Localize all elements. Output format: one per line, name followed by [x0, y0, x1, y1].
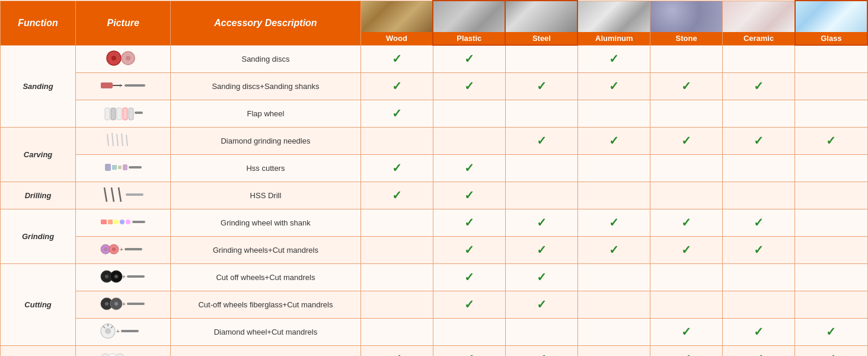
check-mark: ✓: [754, 80, 764, 93]
svg-rect-9: [111, 108, 116, 120]
table-row: Hss cutters✓✓: [1, 154, 868, 182]
check-cell-0: [360, 127, 433, 154]
picture-cell: +: [76, 345, 171, 356]
check-cell-0: ✓: [360, 45, 433, 72]
picture-cell: [76, 45, 171, 72]
check-cell-5: [723, 154, 795, 182]
check-mark: ✓: [464, 80, 474, 93]
check-mark: ✓: [537, 271, 547, 284]
table-row: Polishing Cleaning+Felt Wheels+Felt whee…: [1, 345, 868, 356]
svg-rect-28: [101, 220, 107, 224]
svg-rect-31: [120, 220, 125, 224]
check-mark: ✓: [464, 298, 474, 311]
svg-line-24: [104, 187, 107, 202]
check-cell-6: [795, 263, 867, 291]
check-cell-0: [360, 263, 433, 291]
picture-cell: [76, 209, 171, 236]
svg-point-43: [114, 275, 118, 278]
check-cell-2: ✓: [505, 209, 577, 236]
check-cell-3: [577, 182, 650, 209]
check-mark: ✓: [609, 243, 619, 256]
check-cell-4: ✓: [650, 72, 723, 100]
check-cell-4: [650, 291, 723, 318]
comparison-table: Function Picture Accessory Description W…: [0, 0, 868, 356]
svg-point-49: [114, 302, 118, 306]
check-cell-5: ✓: [723, 236, 795, 263]
main-table-container: Function Picture Accessory Description W…: [0, 0, 868, 356]
check-cell-1: ✓: [433, 236, 505, 263]
wood-label: Wood: [386, 32, 407, 44]
svg-rect-10: [117, 108, 122, 120]
check-cell-2: ✓: [505, 236, 577, 263]
check-cell-6: [795, 182, 867, 209]
check-cell-4: ✓: [650, 127, 723, 154]
check-mark: ✓: [609, 80, 619, 93]
check-cell-2: [505, 318, 577, 345]
svg-rect-21: [118, 166, 122, 169]
function-cell: Drilling: [1, 182, 76, 209]
check-mark: ✓: [537, 243, 547, 256]
check-cell-0: [360, 236, 433, 263]
plastic-image: [433, 1, 505, 32]
table-row: +Diamond wheel+Cut mandrels✓✓✓: [1, 318, 868, 345]
function-cell: Cutting: [1, 263, 76, 345]
check-mark: ✓: [826, 134, 836, 147]
svg-text:+: +: [120, 246, 123, 253]
check-cell-2: [505, 154, 577, 182]
check-mark: ✓: [537, 80, 547, 93]
check-cell-3: [577, 318, 650, 345]
description-cell: HSS Drill: [171, 182, 360, 209]
check-cell-2: ✓: [505, 291, 577, 318]
check-mark: ✓: [537, 216, 547, 229]
ceramic-image: [723, 1, 794, 32]
check-cell-0: ✓: [360, 100, 433, 127]
check-cell-3: ✓: [577, 45, 650, 72]
check-cell-5: [723, 263, 795, 291]
description-cell: Sanding discs: [171, 45, 360, 72]
description-cell: Grinding wheel with shank: [171, 209, 360, 236]
check-cell-5: [723, 182, 795, 209]
check-cell-4: [650, 263, 723, 291]
function-cell: Carving: [1, 127, 76, 182]
picture-cell: +: [76, 263, 171, 291]
table-row: DrillingHSS Drill✓✓: [1, 182, 868, 209]
check-mark: ✓: [537, 352, 547, 356]
svg-line-25: [111, 187, 114, 202]
check-cell-5: [723, 100, 795, 127]
glass-header: Glass: [795, 1, 867, 45]
check-mark: ✓: [464, 52, 474, 65]
svg-line-14: [107, 134, 108, 146]
check-mark: ✓: [681, 352, 691, 356]
svg-rect-39: [125, 248, 142, 250]
picture-cell: +: [76, 72, 171, 100]
check-cell-1: ✓: [433, 263, 505, 291]
svg-point-47: [105, 302, 108, 306]
svg-rect-22: [123, 164, 127, 170]
description-cell: Hss cutters: [171, 154, 360, 182]
check-mark: ✓: [464, 161, 474, 174]
check-mark: ✓: [754, 243, 764, 256]
check-mark: ✓: [681, 134, 691, 147]
svg-rect-33: [132, 221, 145, 223]
check-cell-6: [795, 100, 867, 127]
description-cell: Cut-off wheels fiberglass+Cut mandrels: [171, 291, 360, 318]
function-cell: Grinding: [1, 209, 76, 263]
check-cell-2: ✓: [505, 263, 577, 291]
svg-line-15: [112, 133, 113, 146]
description-cell: Felt Wheels+Felt wheel mandrel: [171, 345, 360, 356]
svg-rect-20: [112, 165, 117, 170]
check-cell-0: ✓: [360, 72, 433, 100]
svg-point-3: [126, 56, 130, 61]
check-cell-3: ✓: [577, 127, 650, 154]
svg-rect-13: [135, 112, 143, 114]
stone-label: Stone: [676, 32, 697, 44]
check-cell-3: ✓: [577, 72, 650, 100]
check-mark: ✓: [754, 325, 764, 338]
table-row: Cutting+Cut off wheels+Cut mandrels✓✓: [1, 263, 868, 291]
description-cell: Sanding discs+Sanding shanks: [171, 72, 360, 100]
check-mark: ✓: [754, 216, 764, 229]
svg-rect-7: [125, 84, 145, 87]
wood-image: [361, 1, 433, 32]
check-cell-5: ✓: [723, 345, 795, 356]
check-cell-1: [433, 127, 505, 154]
